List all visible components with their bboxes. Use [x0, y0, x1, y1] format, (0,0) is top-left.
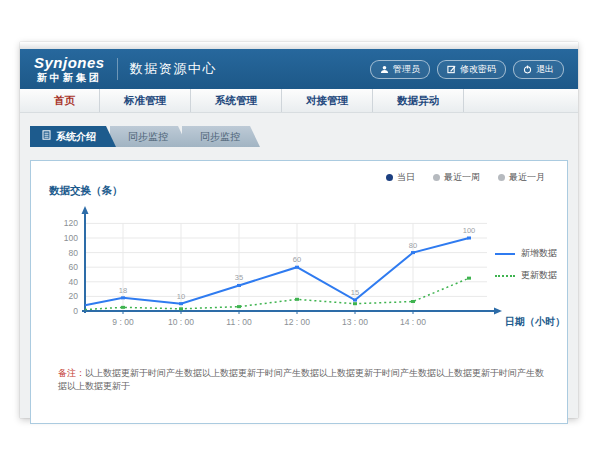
document-icon [42, 126, 51, 147]
chart-legend: 新增数据 更新数据 [495, 247, 557, 282]
svg-text:12 : 00: 12 : 00 [284, 317, 310, 327]
radio-today[interactable]: 当日 [386, 171, 415, 184]
svg-text:20: 20 [69, 291, 79, 301]
period-filter: 当日 最近一周 最近一月 [386, 171, 545, 184]
svg-text:9 : 00: 9 : 00 [112, 317, 134, 327]
radio-dot-icon [386, 174, 393, 181]
nav-item-home[interactable]: 首页 [30, 89, 100, 112]
svg-text:14 : 00: 14 : 00 [400, 317, 426, 327]
y-axis-title: 数据交换（条） [49, 184, 123, 198]
radio-dot-icon [433, 174, 440, 181]
admin-user-button[interactable]: 管理员 [370, 60, 430, 79]
svg-text:10 : 00: 10 : 00 [168, 317, 194, 327]
svg-text:120: 120 [64, 218, 78, 228]
change-password-button[interactable]: 修改密码 [437, 60, 506, 79]
radio-today-label: 当日 [397, 171, 415, 184]
radio-last-week[interactable]: 最近一周 [433, 171, 480, 184]
nav-item-standard-mgmt[interactable]: 标准管理 [100, 89, 191, 112]
logout-button[interactable]: 退出 [513, 60, 564, 79]
line-chart: 9 : 0010 : 0011 : 0012 : 0013 : 0014 : 0… [39, 199, 569, 339]
footnote-prefix: 备注： [58, 368, 85, 378]
svg-text:13 : 00: 13 : 00 [342, 317, 368, 327]
radio-last-month-label: 最近一月 [509, 171, 545, 184]
tab-bar: 系统介绍 同步监控 同步监控 [30, 126, 578, 147]
edit-icon [447, 65, 456, 74]
dotted-line-icon [495, 275, 515, 277]
user-icon [380, 65, 389, 74]
svg-text:100: 100 [463, 226, 476, 235]
power-icon [523, 65, 532, 74]
svg-text:11 : 00: 11 : 00 [226, 317, 252, 327]
app-title: 数据资源中心 [130, 60, 217, 78]
tab-system-intro[interactable]: 系统介绍 [30, 126, 116, 147]
chart-panel: 当日 最近一周 最近一月 数据交换（条） 9 : 0010 : 0011 : 0… [30, 160, 568, 424]
svg-text:100: 100 [64, 233, 78, 243]
nav-item-interface-mgmt[interactable]: 对接管理 [282, 89, 373, 112]
svg-text:40: 40 [69, 277, 79, 287]
main-content: 系统介绍 同步监控 同步监控 当日 最近一周 最近一月 数据交换 [20, 126, 578, 431]
main-nav: 首页 标准管理 系统管理 对接管理 数据异动 [20, 89, 578, 113]
radio-last-month[interactable]: 最近一月 [498, 171, 545, 184]
legend-new-data: 新增数据 [495, 247, 557, 260]
footnote: 备注：以上数据更新于时间产生数据以上数据更新于时间产生数据以上数据更新于时间产生… [58, 367, 547, 393]
nav-item-system-mgmt[interactable]: 系统管理 [191, 89, 282, 112]
svg-text:日期（小时）: 日期（小时） [505, 316, 565, 327]
legend-update-data: 更新数据 [495, 269, 557, 282]
svg-text:0: 0 [73, 306, 78, 316]
change-password-label: 修改密码 [460, 63, 496, 76]
radio-last-week-label: 最近一周 [444, 171, 480, 184]
logo-sub-text: 新中新集团 [34, 72, 105, 83]
app-window: Synjones 新中新集团 数据资源中心 管理员 修改密码 退出 首页 标准管… [20, 42, 578, 418]
admin-user-label: 管理员 [393, 63, 420, 76]
svg-text:18: 18 [119, 286, 127, 295]
logo-main-text: Synjones [34, 55, 105, 72]
svg-text:35: 35 [235, 273, 243, 282]
header-divider [117, 58, 118, 80]
tab-sync-monitor-2[interactable]: 同步监控 [182, 126, 260, 147]
window-top-strip [20, 42, 578, 49]
data-exchange-line-chart: 9 : 0010 : 0011 : 0012 : 0013 : 0014 : 0… [39, 199, 569, 339]
svg-text:10: 10 [177, 292, 185, 301]
company-logo: Synjones 新中新集团 [34, 55, 105, 83]
svg-text:80: 80 [409, 241, 417, 250]
legend-update-data-label: 更新数据 [521, 269, 557, 282]
svg-text:15: 15 [351, 288, 359, 297]
tab-system-intro-label: 系统介绍 [56, 126, 96, 147]
logout-label: 退出 [536, 63, 554, 76]
svg-text:60: 60 [293, 255, 301, 264]
solid-line-icon [495, 253, 515, 255]
nav-item-data-change[interactable]: 数据异动 [373, 89, 464, 112]
app-header: Synjones 新中新集团 数据资源中心 管理员 修改密码 退出 [20, 49, 578, 89]
header-actions: 管理员 修改密码 退出 [370, 60, 564, 79]
radio-dot-icon [498, 174, 505, 181]
svg-text:60: 60 [69, 262, 79, 272]
legend-new-data-label: 新增数据 [521, 247, 557, 260]
footnote-text: 以上数据更新于时间产生数据以上数据更新于时间产生数据以上数据更新于时间产生数据以… [58, 368, 544, 391]
tab-sync-monitor-1[interactable]: 同步监控 [110, 126, 188, 147]
svg-text:80: 80 [69, 248, 79, 258]
